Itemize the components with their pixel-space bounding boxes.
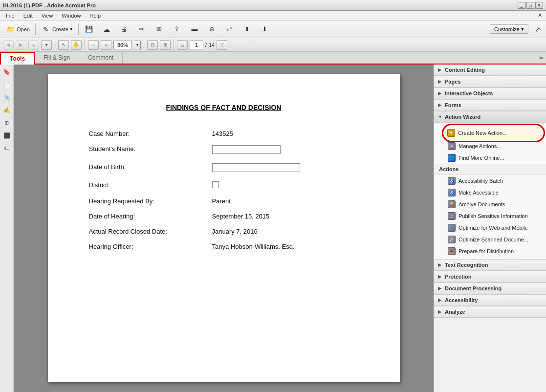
maximize-button[interactable]: □ xyxy=(526,2,534,9)
section-analyze-header[interactable]: ▶ Analyze xyxy=(434,306,546,318)
sidebar-tool-attachment[interactable]: 📎 xyxy=(1,92,12,103)
fit-width-button[interactable]: ⊞ xyxy=(160,40,171,50)
customize-button[interactable]: Customize ▾ xyxy=(490,24,528,34)
email-button[interactable] xyxy=(151,22,168,36)
convert-button[interactable] xyxy=(221,22,238,36)
tab-fill-sign[interactable]: Fill & Sign xyxy=(35,52,79,64)
zoom-input[interactable] xyxy=(113,41,132,49)
edit-button[interactable] xyxy=(133,22,150,36)
tab-comment[interactable]: Comment xyxy=(79,52,123,64)
close-button[interactable]: ✕ xyxy=(535,2,543,9)
combine-button[interactable] xyxy=(204,22,220,36)
create-dropdown-icon[interactable]: ▾ xyxy=(70,26,73,32)
find-more-online-item[interactable]: 🌐 Find More Online... xyxy=(434,152,546,164)
section-document-processing-header[interactable]: ▶ Document Processing xyxy=(434,283,546,294)
tab-expand-button[interactable]: ≫ xyxy=(536,52,546,64)
nav-sep-2 xyxy=(85,39,85,51)
open-button[interactable]: Open xyxy=(2,22,33,36)
minimize-button[interactable]: _ xyxy=(518,2,525,9)
menu-bar-close-button[interactable]: ✕ xyxy=(536,11,544,20)
section-content-editing-header[interactable]: ▶ Content Editing xyxy=(434,65,546,76)
section-text-recognition-label: Text Recognition xyxy=(445,262,488,268)
section-forms: ▶ Forms xyxy=(434,100,546,111)
upload-button[interactable] xyxy=(98,22,115,36)
expand-button[interactable]: ⤢ xyxy=(531,22,544,36)
sidebar-tool-signature[interactable]: ✍ xyxy=(1,105,12,115)
redact-icon xyxy=(190,24,199,34)
hearing-by-value: Parent xyxy=(210,194,361,209)
hearing-date-value: September 15, 2015 xyxy=(210,209,361,224)
make-accessible-item[interactable]: ♿ Make Accessible xyxy=(434,187,546,198)
archive-documents-item[interactable]: 📦 Archive Documents xyxy=(434,198,546,210)
nav-up-button[interactable]: ▲ xyxy=(28,40,39,50)
optimize-scanned-label: Optimize Scanned Docume... xyxy=(459,237,528,242)
section-document-processing: ▶ Document Processing xyxy=(434,283,546,295)
tab-tools[interactable]: Tools xyxy=(0,52,35,65)
section-content-editing-label: Content Editing xyxy=(445,67,485,73)
redact-button[interactable] xyxy=(186,22,203,36)
dob-input[interactable] xyxy=(212,163,300,172)
sidebar-tool-redact[interactable]: ⬛ xyxy=(1,130,12,141)
section-pages-header[interactable]: ▶ Pages xyxy=(434,76,546,87)
toolbar: Open Create ▾ ⬆ ⬇ xyxy=(0,21,546,38)
create-button[interactable]: Create ▾ xyxy=(38,22,76,36)
section-action-wizard: ▼ Action Wizard ✦ Create New Action... ≡… xyxy=(434,111,546,260)
menu-view[interactable]: View xyxy=(38,12,57,20)
section-protection-header[interactable]: ▶ Protection xyxy=(434,271,546,283)
zoom-out-button[interactable]: − xyxy=(88,40,99,50)
zoom-in-button[interactable]: + xyxy=(101,40,111,50)
create-new-action-item[interactable]: ✦ Create New Action... xyxy=(444,127,543,139)
sidebar-tool-bookmark[interactable]: 🔖 xyxy=(1,66,12,77)
import-button[interactable]: ⬇ xyxy=(257,22,273,36)
student-name-field xyxy=(210,141,361,159)
menu-file[interactable]: File xyxy=(2,12,19,20)
section-text-recognition-header[interactable]: ▶ Text Recognition xyxy=(434,260,546,271)
section-accessibility-header[interactable]: ▶ Accessibility xyxy=(434,295,546,306)
publish-sensitive-item[interactable]: ⚠ Publish Sensitive Information xyxy=(434,210,546,222)
section-interactive-objects-header[interactable]: ▶ Interactive Objects xyxy=(434,88,546,99)
optimize-web-item[interactable]: 🌐 Optimize for Web and Mobile xyxy=(434,222,546,234)
tab-fill-sign-label: Fill & Sign xyxy=(44,54,70,61)
page-up-button[interactable]: △ xyxy=(177,40,188,50)
sidebar-tool-tag[interactable]: 🏷 xyxy=(1,143,12,153)
export-button[interactable]: ⬆ xyxy=(239,22,256,36)
table-row: Case Number: 143525 xyxy=(87,126,361,141)
hand-tool-button[interactable]: ✋ xyxy=(71,40,82,50)
section-forms-header[interactable]: ▶ Forms xyxy=(434,100,546,111)
sidebar-tool-layers[interactable]: ⊞ xyxy=(1,117,12,128)
save-button[interactable] xyxy=(81,22,97,36)
sidebar-tool-pages[interactable]: 📄 xyxy=(1,79,12,90)
accessibility-batch-icon: ♿ xyxy=(448,177,456,185)
menu-edit[interactable]: Edit xyxy=(20,12,37,20)
share-button[interactable] xyxy=(169,22,185,36)
pdf-scroll[interactable]: FINDINGS OF FACT AND DECISION Case Numbe… xyxy=(14,65,434,392)
student-name-input[interactable] xyxy=(212,145,281,154)
prepare-distribution-item[interactable]: 📤 Prepare for Distribution xyxy=(434,245,546,257)
menu-window[interactable]: Window xyxy=(58,12,85,20)
publish-sensitive-label: Publish Sensitive Information xyxy=(459,213,528,219)
accessibility-batch-item[interactable]: ♿ Accessibility Batch xyxy=(434,175,546,187)
nav-forward-button[interactable]: ▶ xyxy=(16,40,26,50)
section-analyze-arrow: ▶ xyxy=(438,309,441,314)
district-checkbox[interactable] xyxy=(212,181,219,188)
fit-page-button[interactable]: ⊡ xyxy=(147,40,158,50)
nav-down-button[interactable]: ▼ xyxy=(41,40,52,50)
tab-tools-label: Tools xyxy=(10,55,25,62)
table-row: Hearing Officer: Tanya Hobson-Williams, … xyxy=(87,239,361,254)
manage-actions-item[interactable]: ≡ Manage Actions... xyxy=(434,140,546,152)
select-tool-button[interactable]: ↖ xyxy=(58,40,69,50)
section-action-wizard-header[interactable]: ▼ Action Wizard xyxy=(434,111,546,123)
page-down-button[interactable]: ▽ xyxy=(217,40,227,50)
menu-bar: File Edit View Window Help ✕ xyxy=(0,11,546,21)
zoom-dropdown-button[interactable]: ▾ xyxy=(134,41,141,49)
create-new-action-label: Create New Action... xyxy=(458,130,507,136)
nav-back-button[interactable]: ◀ xyxy=(3,40,14,50)
dob-label: Date of Birth: xyxy=(87,159,210,177)
section-action-wizard-label: Action Wizard xyxy=(445,114,480,120)
document-fields: Case Number: 143525 Student's Name: Date… xyxy=(87,126,361,254)
menu-help[interactable]: Help xyxy=(86,12,105,20)
title-bar: IH-2016 (1).PDF - Adobe Acrobat Pro _ □ … xyxy=(0,0,546,11)
page-number-input[interactable] xyxy=(190,41,203,49)
optimize-scanned-item[interactable]: 🖨 Optimize Scanned Docume... xyxy=(434,234,546,245)
print-button[interactable] xyxy=(116,22,132,36)
